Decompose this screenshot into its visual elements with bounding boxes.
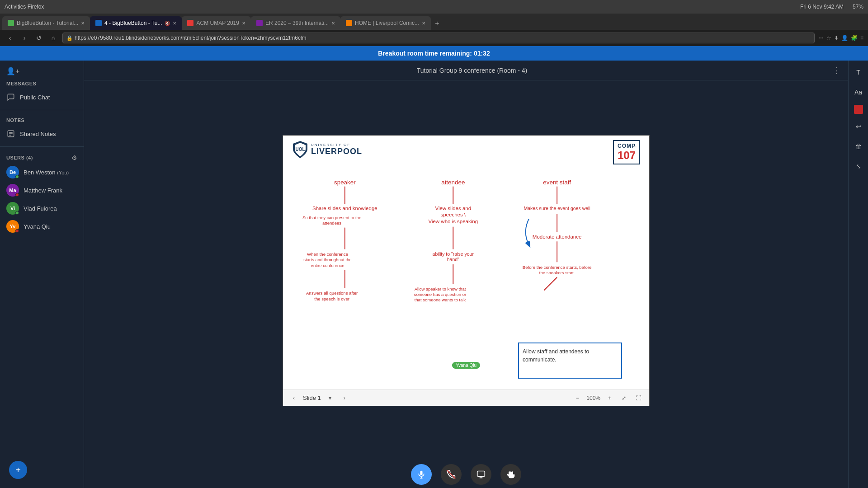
tab-close-2[interactable]: ✕ [173,21,176,26]
fullscreen-button[interactable]: ⛶ [633,393,644,404]
minimize-icon[interactable]: − [633,144,637,150]
comp-text: COMP [618,143,636,149]
tab-bbb2[interactable]: 4 - BigBlueButton - Tu... 🔇 ✕ [90,16,182,30]
tab-close-3[interactable]: ✕ [242,21,245,26]
tab-favicon-4 [256,20,263,26]
slide-name: Slide 1 [303,394,321,401]
reload-button[interactable]: ↺ [33,33,44,43]
so-that-node: So that they can present to the [302,215,361,220]
comp-badge: COMP 107 − [613,140,640,164]
user-item-ben[interactable]: Be Ben Weston (You) [0,163,84,181]
mic-button[interactable] [411,464,432,485]
zoom-out-button[interactable]: − [572,393,583,404]
chat-icon [6,93,15,102]
mindmap-area: speaker Share slides and knowledge So th… [283,163,649,388]
phone-icon [447,470,456,479]
presentation-slide[interactable]: UOL UNIVERSITY OF LIVERPOOL COMP 107 − [283,135,650,406]
user-name-vlad: Vlad Fuiorea [24,205,57,212]
conference-title: Tutorial Group 9 conference (Room - 4) [111,67,833,74]
delete-button[interactable]: 🗑 [851,139,866,154]
pointer-indicator: Yvana Qiu [452,362,480,369]
address-bar: ‹ › ↺ ⌂ 🔒 https://e079580.reu1.blindside… [0,30,868,46]
you-label: (You) [57,170,69,175]
tab-close-5[interactable]: ✕ [422,21,425,26]
logo-text: UNIVERSITY OF LIVERPOOL [311,143,362,156]
more-options-button[interactable]: ⋮ [833,66,841,75]
tab-label-2: 4 - BigBlueButton - Tu... [104,20,162,26]
annotation-textbox[interactable]: Allow staff and attendees to communicate… [518,343,622,379]
profile-icon[interactable]: 👤 [841,35,848,41]
slide-header: UOL UNIVERSITY OF LIVERPOOL COMP 107 − [292,140,640,164]
tab-close-1[interactable]: ✕ [81,21,85,26]
user-item-yvana[interactable]: Yv Yvana Qiu [0,217,84,235]
share-slides-node: Share slides and knowledge [312,206,377,211]
datetime: Fri 6 Nov 9:42 AM [800,4,844,10]
top-bar: Tutorial Group 9 conference (Room - 4) ⋮ [84,61,848,80]
avatar-matthew: Ma [6,184,19,197]
tab-label-5: HOME | Liverpool Comic... [355,20,419,26]
tab-favicon-5 [346,20,352,26]
avatar-ben: Be [6,166,19,178]
color-picker-button[interactable] [854,105,863,114]
expand-button[interactable]: ⤡ [851,159,866,174]
speaker-node: speaker [334,179,356,186]
phone-button[interactable] [441,464,462,485]
prev-slide-button[interactable]: ‹ [288,393,299,404]
download-icon[interactable]: ⬇ [834,35,839,41]
add-user-area: 👤+ [0,65,84,77]
avatar-yvana: Yv [6,220,19,233]
menu-icon[interactable]: ≡ [860,35,863,41]
ability-node2: hand" [447,257,459,262]
ability-node: ability to "raise your [433,251,474,257]
university-logo: UOL UNIVERSITY OF LIVERPOOL [292,140,362,159]
new-tab-button[interactable]: + [431,17,443,30]
public-chat-label: Public Chat [20,94,50,101]
undo-button[interactable]: ↩ [851,119,866,134]
tab-er[interactable]: ER 2020 – 39th Internati... ✕ [251,16,340,30]
fit-screen-button[interactable]: ⤢ [618,393,629,404]
add-user-icon[interactable]: 👤+ [6,67,19,75]
university-of-text: UNIVERSITY OF [311,143,362,147]
status-yvana [15,229,19,233]
user-name-matthew: Matthew Frank [24,187,62,194]
url-input[interactable]: 🔒 https://e079580.reu1.blindsidenetworks… [62,33,815,43]
main-area: Tutorial Group 9 conference (Room - 4) ⋮… [84,61,848,488]
screen-share-icon [476,470,486,479]
svg-rect-20 [477,471,485,477]
user-item-vlad[interactable]: Vi Vlad Fuiorea [0,199,84,217]
screen-share-button[interactable] [471,464,491,485]
home-button[interactable]: ⌂ [48,33,59,43]
zoom-in-button[interactable]: + [604,393,615,404]
user-item-matthew[interactable]: Ma Matthew Frank [0,181,84,199]
next-slide-button[interactable]: › [339,393,350,404]
text-tool-button[interactable]: T [851,65,866,80]
sidebar-item-shared-notes[interactable]: Shared Notes [0,125,84,143]
tab-acm[interactable]: ACM UMAP 2019 ✕ [182,16,250,30]
svg-text:UOL: UOL [295,147,305,152]
addon-icon[interactable]: 🧩 [851,35,858,41]
status-matthew [15,193,19,197]
user-info-ben: Ben Weston (You) [24,169,69,176]
allow-speaker-node: Allow speaker to know that [415,286,466,291]
tab-label-4: ER 2020 – 39th Internati... [265,20,329,26]
star-icon[interactable]: ☆ [826,35,831,41]
raise-hand-button[interactable] [500,464,521,485]
status-ben [15,175,19,178]
fab-button[interactable]: + [9,461,27,479]
tab-close-4[interactable]: ✕ [331,21,335,26]
tab-bbb1[interactable]: BigBlueButton - Tutorial... ✕ [2,16,90,30]
font-tool-button[interactable]: Aa [851,85,866,99]
slide-list-button[interactable]: ▾ [325,393,335,404]
sidebar-item-public-chat[interactable]: Public Chat [0,88,84,106]
forward-button[interactable]: › [19,33,30,43]
course-number: 107 [618,149,636,162]
answers-node: Answers all questions after [306,291,358,296]
when-conf-node: When the conference [307,252,348,257]
back-button[interactable]: ‹ [5,33,15,43]
breakout-text: Breakout room time remaining: 01:32 [378,50,490,57]
right-toolbar: T Aa ↩ 🗑 ⤡ [848,61,868,488]
bookmarks-icon[interactable]: ⋯ [818,35,824,41]
tab-home[interactable]: HOME | Liverpool Comic... ✕ [340,16,431,30]
gear-icon[interactable]: ⚙ [71,154,77,161]
svg-rect-16 [420,471,423,475]
